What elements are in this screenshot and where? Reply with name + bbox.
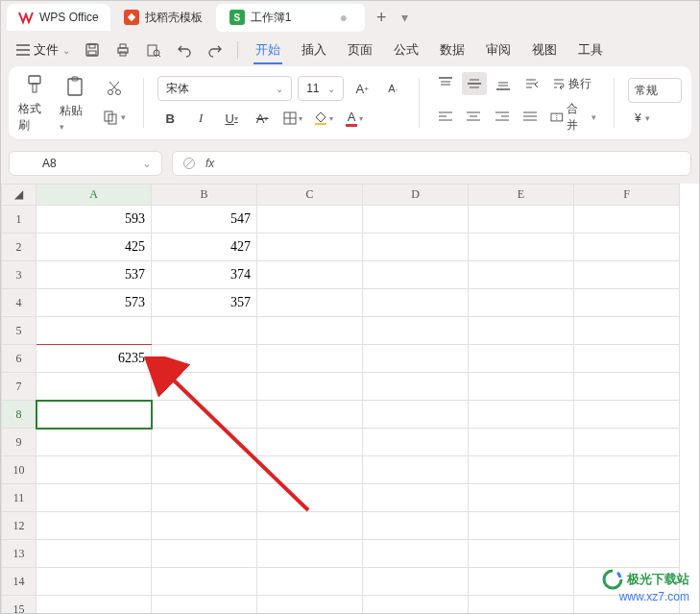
watermark-url: www.xz7.com bbox=[619, 590, 689, 603]
cell-A8[interactable] bbox=[36, 401, 152, 429]
row-header[interactable]: 2 bbox=[2, 233, 36, 261]
svg-rect-11 bbox=[68, 79, 82, 95]
row-header[interactable]: 3 bbox=[2, 261, 36, 289]
undo-button[interactable] bbox=[170, 36, 199, 64]
hamburger-icon bbox=[16, 44, 30, 56]
paste-group[interactable]: 粘贴 ▾ bbox=[60, 74, 90, 133]
align-left-button[interactable] bbox=[433, 106, 457, 129]
number-format-combo[interactable]: 常规 bbox=[628, 78, 682, 103]
row-header[interactable]: 15 bbox=[2, 596, 36, 615]
print-preview-button[interactable] bbox=[139, 36, 168, 64]
row-header[interactable]: 4 bbox=[2, 289, 36, 317]
font-size-combo[interactable]: 11⌄ bbox=[298, 76, 344, 101]
cell-A2[interactable]: 425 bbox=[36, 233, 152, 261]
font-color-button[interactable]: A ▾ bbox=[342, 107, 367, 130]
menu-tools[interactable]: 工具 bbox=[568, 36, 613, 64]
tab-dirty-dot[interactable]: ● bbox=[335, 10, 350, 25]
cell-A3[interactable]: 537 bbox=[36, 261, 152, 289]
row-header[interactable]: 8 bbox=[2, 401, 36, 429]
watermark: 极光下载站 www.xz7.com bbox=[602, 569, 689, 603]
row-header[interactable]: 12 bbox=[2, 512, 36, 540]
formula-bar[interactable]: fx bbox=[172, 151, 691, 176]
app-tab-wps[interactable]: WPS Office bbox=[7, 4, 110, 31]
file-menu[interactable]: 文件 ⌄ bbox=[11, 37, 76, 62]
cut-button[interactable] bbox=[98, 77, 130, 100]
tab-template[interactable]: 找稻壳模板 bbox=[114, 6, 212, 30]
justify-button[interactable] bbox=[519, 106, 543, 129]
row-header[interactable]: 10 bbox=[2, 456, 36, 484]
svg-rect-20 bbox=[315, 123, 326, 125]
file-menu-arrow: ⌄ bbox=[62, 45, 70, 56]
name-box[interactable]: A8 ⌄ bbox=[9, 151, 162, 176]
cell-B2[interactable]: 427 bbox=[152, 233, 257, 261]
border-button[interactable]: ▾ bbox=[280, 107, 305, 130]
bold-button[interactable]: B bbox=[157, 107, 182, 130]
print-button[interactable] bbox=[109, 36, 137, 64]
row-header[interactable]: 11 bbox=[2, 484, 36, 512]
fill-color-button[interactable]: ▾ bbox=[311, 107, 336, 130]
select-all-corner[interactable]: ◢ bbox=[2, 184, 36, 206]
align-center-button[interactable] bbox=[462, 106, 486, 129]
row-header[interactable]: 7 bbox=[2, 373, 36, 401]
svg-rect-15 bbox=[105, 111, 112, 121]
redo-button[interactable] bbox=[201, 36, 229, 64]
cell-B3[interactable]: 374 bbox=[152, 261, 257, 289]
cell-A4[interactable]: 573 bbox=[36, 289, 152, 317]
align-bottom-button[interactable] bbox=[491, 72, 516, 95]
align-top-button[interactable] bbox=[433, 72, 458, 95]
wrap-text-button[interactable]: 换行 bbox=[548, 76, 595, 92]
app-tab-label: WPS Office bbox=[39, 11, 99, 24]
copy-button[interactable]: ▾ bbox=[98, 106, 130, 129]
tab-add-button[interactable]: + bbox=[369, 8, 395, 28]
row-header[interactable]: 9 bbox=[2, 429, 36, 456]
cell-A5[interactable] bbox=[36, 317, 152, 345]
align-middle-button[interactable] bbox=[462, 72, 487, 95]
row-header[interactable]: 6 bbox=[2, 345, 36, 373]
col-header-D[interactable]: D bbox=[363, 184, 469, 206]
col-header-E[interactable]: E bbox=[469, 184, 574, 206]
col-header-C[interactable]: C bbox=[257, 184, 363, 206]
row-header[interactable]: 13 bbox=[2, 540, 36, 568]
menu-page[interactable]: 页面 bbox=[338, 36, 382, 64]
tab-workbook[interactable]: S 工作簿1 ● bbox=[216, 4, 365, 32]
font-name-value: 宋体 bbox=[166, 81, 189, 97]
file-menu-label: 文件 bbox=[34, 41, 59, 59]
cell-B1[interactable]: 547 bbox=[152, 206, 257, 233]
align-right-button[interactable] bbox=[490, 106, 514, 129]
underline-button[interactable]: U ▾ bbox=[219, 107, 244, 130]
save-button[interactable] bbox=[78, 36, 107, 64]
cell-B4[interactable]: 357 bbox=[152, 289, 257, 317]
menu-home[interactable]: 开始 bbox=[246, 36, 290, 64]
menu-view[interactable]: 视图 bbox=[522, 36, 567, 64]
chevron-down-icon: ⌄ bbox=[327, 84, 335, 94]
chevron-down-icon: ⌄ bbox=[276, 84, 283, 94]
strikethrough-button[interactable]: A ▾ bbox=[250, 107, 275, 130]
spreadsheet-icon: S bbox=[229, 10, 245, 25]
tab-add-dropdown[interactable]: ▾ bbox=[398, 10, 412, 25]
menu-insert[interactable]: 插入 bbox=[292, 36, 336, 64]
col-header-F[interactable]: F bbox=[574, 184, 680, 206]
menu-data[interactable]: 数据 bbox=[430, 36, 474, 64]
svg-line-8 bbox=[158, 55, 160, 57]
row-header[interactable]: 5 bbox=[2, 317, 36, 345]
number-format-group: 常规 ¥▾ bbox=[628, 78, 682, 128]
currency-button[interactable]: ¥▾ bbox=[628, 109, 682, 128]
col-header-B[interactable]: B bbox=[152, 184, 257, 206]
format-painter-group[interactable]: 格式刷 bbox=[18, 72, 52, 134]
increase-font-button[interactable]: A+ bbox=[350, 77, 374, 100]
row-header[interactable]: 1 bbox=[2, 206, 36, 233]
decrease-font-button[interactable]: A- bbox=[380, 77, 405, 100]
menu-review[interactable]: 审阅 bbox=[476, 36, 520, 64]
italic-button[interactable]: I bbox=[188, 107, 213, 130]
row-header[interactable]: 14 bbox=[2, 568, 36, 596]
paste-label: 粘贴 ▾ bbox=[60, 103, 90, 133]
wps-logo-icon bbox=[18, 10, 34, 25]
cell-A1[interactable]: 593 bbox=[36, 206, 152, 233]
font-name-combo[interactable]: 宋体⌄ bbox=[157, 76, 292, 101]
menu-formula[interactable]: 公式 bbox=[384, 36, 428, 64]
cell-A6[interactable]: 6235 bbox=[36, 345, 152, 373]
merge-button[interactable]: 合并▾ bbox=[546, 101, 600, 134]
spreadsheet-grid[interactable]: ◢ A B C D E F 1593547 2425427 3537374 45… bbox=[1, 184, 699, 613]
orientation-button[interactable] bbox=[519, 72, 544, 95]
col-header-A[interactable]: A bbox=[36, 184, 152, 206]
